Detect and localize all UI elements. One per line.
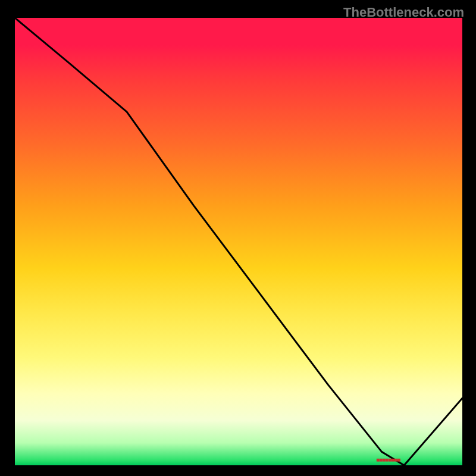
optimum-marker: ■■■■■■■■ — [376, 456, 400, 463]
bottleneck-curve — [15, 18, 462, 465]
plot-area: ■■■■■■■■ — [15, 18, 462, 465]
chart-container: TheBottleneck.com ■■■■■■■■ — [0, 0, 476, 476]
